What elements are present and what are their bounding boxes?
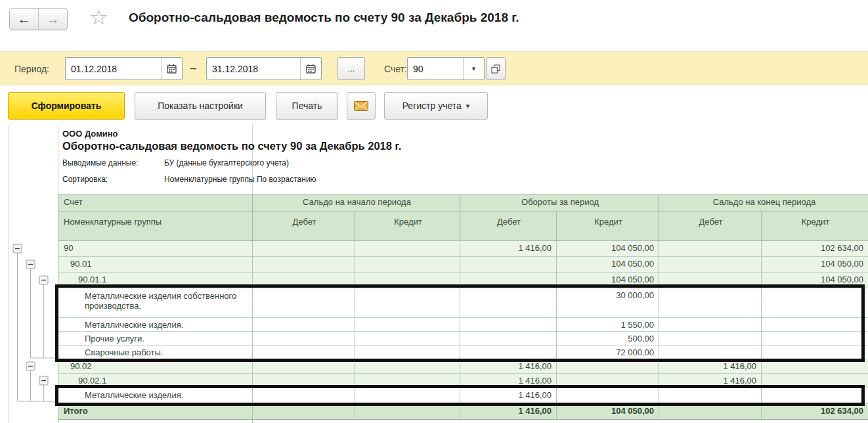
- back-button[interactable]: ←: [10, 9, 39, 30]
- header-credit: Кредит: [762, 212, 868, 241]
- cell-account: 90: [58, 241, 253, 257]
- open-window-icon: [491, 64, 500, 74]
- cell-opening-debit: [253, 404, 355, 420]
- cell-turnover-debit: [460, 273, 557, 288]
- period-label: Период:: [14, 64, 49, 74]
- cell-turnover-debit: [460, 257, 557, 273]
- cell-opening-credit: [355, 404, 460, 420]
- cell-closing-credit: 102 634,00: [762, 241, 868, 257]
- cell-closing-credit: 104 050,00: [762, 257, 868, 273]
- meta-value-output-data: БУ (данные бухгалтерского учета): [164, 158, 289, 167]
- cell-opening-credit: [355, 388, 460, 404]
- cell-opening-debit: [253, 273, 355, 288]
- cell-turnover-debit: [460, 318, 557, 332]
- cell-closing-credit: [762, 332, 868, 345]
- chevron-down-icon: ▾: [466, 102, 470, 110]
- meta-label-output-data: Выводимые данные:: [62, 158, 138, 167]
- account-field: ▾: [407, 57, 485, 80]
- account-open-button[interactable]: [486, 57, 506, 80]
- cell-turnover-credit: 104 050,00: [557, 273, 659, 288]
- cell-turnover-debit: [460, 332, 557, 345]
- cell-turnover-debit: [460, 288, 557, 318]
- cell-closing-credit: [762, 388, 868, 404]
- meta-value-sorting: Номенклатурные группы По возрастанию: [164, 175, 316, 184]
- header-credit: Кредит: [557, 212, 659, 241]
- nav-button-group: ← →: [9, 8, 68, 30]
- cell-opening-credit: [355, 273, 460, 288]
- cell-turnover-debit: 1 416,00: [460, 241, 557, 257]
- envelope-icon: [354, 101, 368, 111]
- cell-nomenclature: Прочие услуги.: [58, 332, 253, 345]
- account-input[interactable]: [408, 58, 463, 79]
- cell-closing-debit: [659, 404, 762, 420]
- cell-closing-debit: [659, 241, 762, 257]
- tree-collapse-90-02-1[interactable]: [39, 376, 48, 385]
- cell-turnover-debit: 1 416,00: [460, 374, 557, 388]
- header-nomenclature-groups: Номенклатурные группы: [58, 212, 253, 241]
- tree-collapse-90-01[interactable]: [26, 260, 35, 269]
- tree-gutter: [0, 125, 58, 423]
- period-from-input[interactable]: [66, 58, 161, 79]
- company-name: ООО Домино: [62, 129, 118, 139]
- tree-collapse-90-01-1[interactable]: [39, 276, 48, 284]
- period-from-field: [65, 57, 183, 80]
- cell-turnover-credit: 1 550,00: [557, 318, 659, 332]
- cell-empty: [58, 420, 253, 423]
- cell-opening-debit: [253, 241, 355, 257]
- tree-collapse-90[interactable]: [13, 244, 22, 253]
- calendar-icon[interactable]: [161, 58, 182, 79]
- favorite-star-icon[interactable]: ☆: [89, 7, 108, 28]
- page-title: Оборотно-сальдовая ведомость по счету 90…: [129, 11, 519, 25]
- cell-nomenclature: Металлические изделия собственного произ…: [58, 288, 253, 318]
- header-period-turnover: Обороты за период: [460, 195, 659, 212]
- print-button[interactable]: Печать: [276, 92, 338, 120]
- calendar-icon[interactable]: [300, 58, 321, 79]
- report-title: Оборотно-сальдовая ведомость по счету 90…: [62, 140, 401, 152]
- cell-closing-debit: 1 416,00: [659, 374, 762, 388]
- cell-empty: [762, 420, 868, 423]
- cell-nomenclature: Металлические изделия.: [58, 318, 253, 332]
- chevron-down-icon[interactable]: ▾: [463, 58, 484, 79]
- cell-opening-credit: [355, 332, 460, 345]
- cell-closing-credit: 102 634,00: [762, 404, 868, 420]
- cell-closing-debit: [659, 273, 762, 288]
- register-dropdown-button[interactable]: Регистр учета ▾: [384, 92, 488, 120]
- send-email-button[interactable]: [347, 92, 376, 120]
- cell-closing-debit: [659, 288, 762, 318]
- cell-turnover-credit: 104 050,00: [557, 241, 659, 257]
- header-closing-balance: Сальдо на конец периода: [659, 195, 868, 212]
- cell-turnover-credit: [557, 374, 659, 388]
- cell-turnover-credit: 500,00: [557, 332, 659, 345]
- forward-button[interactable]: →: [39, 9, 67, 30]
- cell-empty: [355, 420, 460, 423]
- header-debit: Дебет: [460, 212, 557, 241]
- cell-nomenclature: Металлические изделия.: [58, 388, 253, 404]
- cell-closing-credit: [762, 288, 868, 318]
- period-to-input[interactable]: [207, 58, 300, 79]
- tree-collapse-90-02[interactable]: [26, 362, 35, 370]
- cell-total-label: Итого: [58, 404, 253, 420]
- cell-opening-debit: [253, 332, 355, 345]
- cell-closing-credit: [762, 318, 868, 332]
- cell-nomenclature: Сварочные работы.: [58, 345, 253, 359]
- period-more-button[interactable]: ...: [337, 57, 365, 80]
- cell-opening-credit: [355, 374, 460, 388]
- generate-button[interactable]: Сформировать: [8, 92, 125, 120]
- period-range-dash: –: [190, 62, 196, 74]
- cell-empty: [460, 420, 557, 423]
- cell-account: 90.01.1: [58, 273, 253, 288]
- cell-turnover-credit: 72 000,00: [557, 345, 659, 359]
- cell-closing-debit: 1 416,00: [659, 359, 762, 374]
- cell-turnover-credit: [557, 359, 659, 374]
- cell-opening-debit: [253, 345, 355, 359]
- cell-opening-debit: [253, 374, 355, 388]
- header-opening-balance: Сальдо на начало периода: [253, 195, 460, 212]
- account-label: Счет:: [384, 64, 407, 74]
- cell-closing-credit: [762, 374, 868, 388]
- show-settings-button[interactable]: Показать настройки: [135, 92, 266, 120]
- cell-closing-debit: [659, 257, 762, 273]
- report-table: Счет Сальдо на начало периода Обороты за…: [58, 194, 868, 423]
- cell-opening-credit: [355, 241, 460, 257]
- cell-opening-debit: [253, 288, 355, 318]
- cell-opening-debit: [253, 257, 355, 273]
